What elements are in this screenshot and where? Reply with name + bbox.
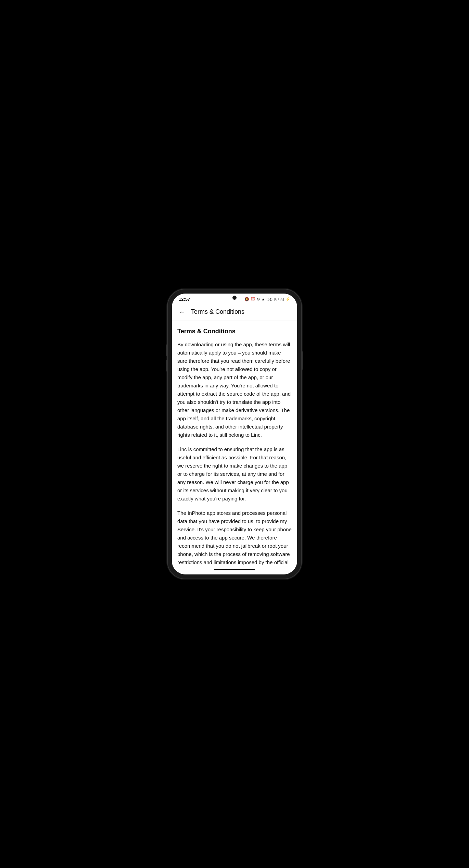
signal-icon: ((·))	[266, 297, 272, 301]
paragraph-1: By downloading or using the app, these t…	[177, 340, 292, 439]
back-button[interactable]: ←	[177, 307, 187, 317]
home-bar	[214, 569, 255, 570]
camera-notch	[232, 296, 237, 300]
paragraph-3: The InPhoto app stores and processes per…	[177, 509, 292, 566]
charging-icon: ⚡	[286, 297, 290, 301]
wifi-icon: ▲	[261, 297, 265, 301]
battery-percent: 67	[275, 297, 279, 301]
phone-frame: 12:57 🔕 ⏰ ⊘ ▲ ((·)) [67%] ⚡ ← Terms & Co…	[168, 289, 301, 579]
content-area: Terms & Conditions By downloading or usi…	[172, 321, 297, 566]
power-button	[301, 351, 303, 370]
paragraph-2: Linc is committed to ensuring that the a…	[177, 445, 292, 503]
volume-up-button	[166, 344, 168, 356]
dnd-icon: ⊘	[257, 297, 260, 301]
home-indicator	[172, 566, 297, 574]
volume-down-button	[166, 360, 168, 372]
page-title: Terms & Conditions	[191, 308, 244, 315]
status-icons: 🔕 ⏰ ⊘ ▲ ((·)) [67%] ⚡	[244, 297, 290, 301]
battery-icon: [67%]	[274, 297, 284, 301]
top-bar: ← Terms & Conditions	[172, 303, 297, 321]
phone-screen: 12:57 🔕 ⏰ ⊘ ▲ ((·)) [67%] ⚡ ← Terms & Co…	[172, 294, 297, 574]
status-time: 12:57	[179, 297, 190, 302]
mute-icon: 🔕	[244, 297, 249, 301]
alarm-icon: ⏰	[251, 297, 255, 301]
section-title: Terms & Conditions	[177, 328, 292, 335]
